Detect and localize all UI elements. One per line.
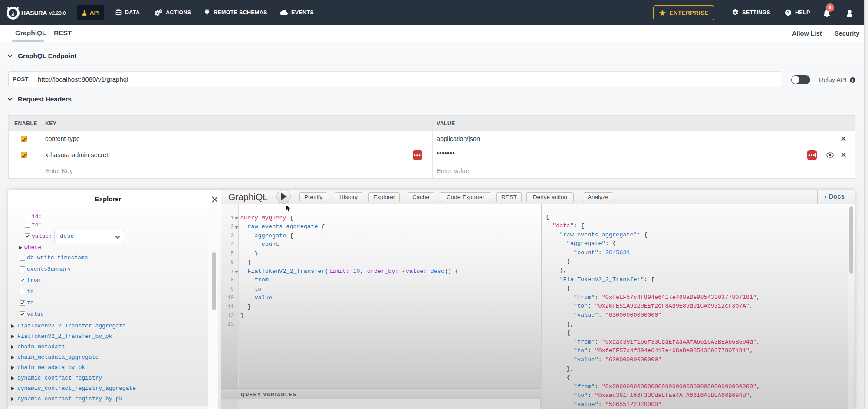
- svg-text:λ: λ: [11, 10, 14, 17]
- svg-text:?: ?: [786, 10, 789, 15]
